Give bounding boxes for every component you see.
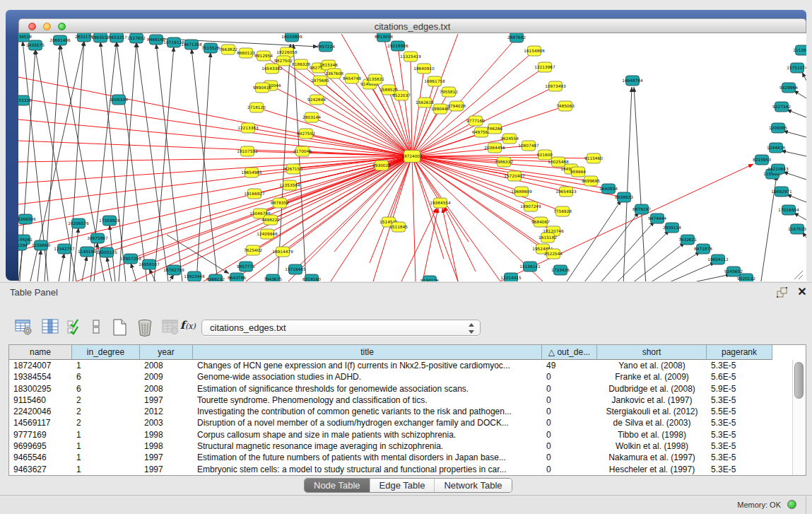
graph-node[interactable]: 9227342	[772, 102, 791, 112]
graph-node[interactable]: 2170046	[293, 146, 312, 156]
graph-node[interactable]: 7986332	[495, 157, 513, 167]
table-row[interactable]: 946554611997Estimation of the future num…	[9, 452, 792, 463]
graph-node[interactable]: 2935114	[663, 223, 681, 233]
table-row[interactable]: 946362711997Embryonic stem cells: a mode…	[9, 464, 792, 475]
graph-node[interactable]: 8215953	[753, 155, 771, 165]
graph-node[interactable]: 8813054	[375, 33, 393, 42]
delete-icon[interactable]	[134, 315, 155, 337]
graph-node[interactable]: 12213967	[534, 62, 555, 72]
graph-node[interactable]: 8267150	[284, 164, 302, 174]
table-row[interactable]: 977716911998Corpus callosum shape and si…	[9, 429, 792, 440]
graph-node[interactable]: 1435575	[26, 40, 45, 50]
scrollbar-thumb[interactable]	[794, 362, 804, 399]
graph-node[interactable]: 19654923	[555, 187, 577, 197]
graph-node[interactable]: 15692971	[771, 187, 792, 197]
graph-node[interactable]: 8643786	[228, 273, 246, 281]
graph-node[interactable]: 2005334	[110, 95, 128, 105]
graph-node[interactable]: 19218986	[387, 41, 408, 51]
graph-node[interactable]: 8427552	[297, 129, 315, 139]
table-row[interactable]: 911546021997Tourette syndrome. Phenomeno…	[9, 395, 792, 406]
graph-node[interactable]: 1562615	[416, 98, 434, 107]
graph-node[interactable]: 1640934	[599, 184, 618, 194]
graph-node[interactable]: 9857771	[237, 262, 255, 271]
graph-node[interactable]: 7515526	[201, 43, 220, 53]
table-row[interactable]: 969969511998Structural magnetic resonanc…	[9, 440, 792, 452]
graph-node[interactable]: 9890416	[253, 83, 271, 93]
graph-node[interactable]: 8938923	[615, 192, 633, 202]
resize-grip-icon[interactable]	[794, 271, 803, 279]
graph-node[interactable]: 7955812	[440, 87, 458, 97]
graph-node[interactable]: 17359928	[99, 216, 120, 226]
graph-node[interactable]: 9520132	[737, 274, 755, 281]
graph-node[interactable]: 20691406	[49, 35, 71, 45]
graph-node[interactable]: 1209385	[769, 123, 787, 133]
column-header-in_degree[interactable]: in_degree	[72, 345, 140, 360]
graph-node[interactable]: 9474444	[648, 214, 666, 223]
graph-node[interactable]: 16648784	[622, 76, 643, 86]
tab-node-table[interactable]: Node Table	[305, 479, 370, 492]
graph-node[interactable]: 15136141	[519, 262, 541, 271]
graph-node[interactable]: 10807487	[518, 141, 539, 151]
graph-node[interactable]: 17016504	[778, 205, 799, 215]
graph-node[interactable]: 16958107	[139, 259, 160, 269]
column-header-year[interactable]: year	[140, 345, 193, 360]
graph-node[interactable]: 2803144	[302, 112, 321, 122]
table-row[interactable]: 1456911722003Disruption of a novel membe…	[9, 417, 792, 428]
graph-node[interactable]: 2367608	[325, 69, 343, 78]
graph-node[interactable]: 2522544	[544, 249, 563, 259]
graph-node[interactable]: 10653257	[106, 33, 127, 42]
graph-node[interactable]: 1156869	[32, 240, 50, 250]
column-header-name[interactable]: name	[9, 345, 72, 360]
graph-node[interactable]: 2887682	[507, 33, 526, 42]
graph-node[interactable]: 8660123	[237, 48, 255, 58]
graph-node[interactable]: 7485063	[556, 101, 575, 111]
graph-node[interactable]: 7943675	[264, 274, 282, 281]
graph-node[interactable]: 18724007	[401, 151, 423, 163]
graph-node[interactable]: 3624554	[500, 134, 519, 144]
graph-node[interactable]: 4498222	[261, 215, 280, 225]
table-settings-icon[interactable]	[13, 315, 34, 337]
graph-node[interactable]: 1733426	[551, 265, 570, 275]
graph-node[interactable]: 7625402	[244, 245, 262, 255]
graph-node[interactable]: 9777169	[466, 116, 485, 126]
graph-node[interactable]: 19654985	[241, 168, 262, 177]
graph-node[interactable]: 1511845	[389, 222, 408, 232]
graph-node[interactable]: 7632621	[678, 235, 697, 245]
column-header-out_de[interactable]: △ out_de...	[542, 345, 597, 360]
graph-node[interactable]: 8878352	[271, 198, 289, 208]
graph-node[interactable]: 9329966	[779, 83, 798, 93]
graph-node[interactable]: 746266	[487, 124, 502, 134]
graph-node[interactable]: 7756928	[553, 206, 572, 216]
graph-node[interactable]: 18907249	[520, 201, 541, 211]
graph-node[interactable]: 6879197	[632, 204, 651, 214]
float-panel-icon[interactable]	[776, 286, 789, 299]
graph-node[interactable]: 30975887	[87, 233, 108, 243]
graph-node[interactable]: 1244418	[767, 143, 785, 153]
graph-node[interactable]: 2055330	[18, 95, 32, 105]
graph-node[interactable]: 6318160	[302, 274, 321, 281]
tab-edge-table[interactable]: Edge Table	[370, 479, 435, 492]
graph-node[interactable]: 8471878	[694, 244, 712, 254]
graph-node[interactable]: 18640910	[413, 64, 435, 74]
graph-node[interactable]: 8522037	[392, 90, 411, 100]
table-row[interactable]: 2242004622012Investigating the contribut…	[9, 406, 792, 417]
column-header-title[interactable]: title	[193, 345, 542, 360]
new-document-icon[interactable]	[109, 315, 130, 337]
graph-node[interactable]: 19166827	[244, 189, 265, 199]
graph-node[interactable]: 15716485	[285, 264, 306, 274]
graph-node[interactable]: 9115460	[584, 153, 603, 163]
graph-node[interactable]: 8912954	[254, 51, 273, 61]
graph-node[interactable]: 1135821	[366, 74, 384, 84]
table-select-dropdown[interactable]: citations_edges.txt	[201, 320, 481, 336]
graph-node[interactable]: 7663822	[219, 45, 237, 54]
column-header-short[interactable]: short	[597, 345, 707, 360]
graph-node[interactable]: 621600	[537, 150, 553, 160]
network-window-titlebar[interactable]: citations_edges.txt	[18, 18, 806, 33]
graph-node[interactable]: 10688609	[511, 187, 532, 197]
close-panel-icon[interactable]: ✕	[796, 286, 808, 298]
vertical-scrollbar[interactable]	[792, 360, 806, 475]
graph-node[interactable]: 959664	[570, 167, 586, 177]
graph-node[interactable]: 8454749	[343, 74, 361, 83]
function-builder-icon[interactable]: f (x)	[178, 315, 202, 337]
graph-node[interactable]: 2930025	[372, 160, 391, 170]
